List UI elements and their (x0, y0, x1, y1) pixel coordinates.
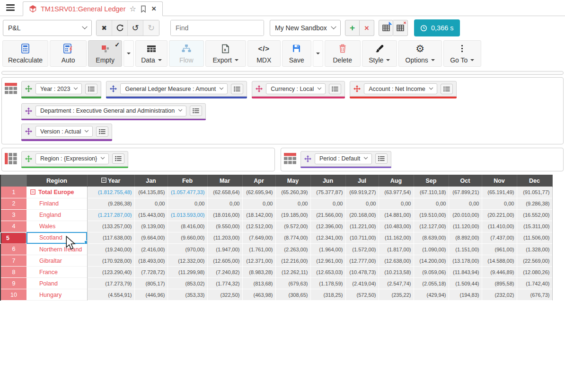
bookmark-icon[interactable] (140, 5, 147, 13)
open-subset-editor-button[interactable] (375, 153, 388, 164)
region-column-header[interactable]: Region (26, 175, 87, 187)
data-cell[interactable]: (1.774,32) (207, 278, 242, 289)
region-cell[interactable]: Poland (26, 278, 87, 289)
data-cell[interactable]: (1.328,00) (517, 244, 552, 255)
data-cell[interactable]: (1.178,59) (310, 278, 345, 289)
flow-button[interactable]: Flow (169, 40, 204, 67)
row-number[interactable]: 6 (0, 244, 26, 255)
data-cell[interactable]: (170.928,00) (87, 255, 134, 267)
data-cell[interactable]: (13.178,00) (449, 255, 482, 267)
data-cell[interactable]: (1.090,00) (414, 244, 449, 255)
data-cell[interactable]: 0,00 (414, 198, 449, 209)
data-cell[interactable]: (9.139,00) (134, 221, 168, 232)
data-cell[interactable]: (2.419,04) (345, 278, 379, 289)
data-cell[interactable]: (11.299,98) (168, 267, 207, 278)
row-number[interactable]: 5 (0, 232, 26, 244)
favorite-star-icon[interactable]: ☆ (129, 5, 136, 13)
options-button[interactable]: ⚙ Options (398, 40, 442, 67)
open-subset-editor-button[interactable] (96, 126, 108, 137)
data-cell[interactable]: (961,00) (482, 244, 517, 255)
period-column-header[interactable]: Dec (517, 175, 552, 187)
dimension-element-selector[interactable]: Department : Executive General and Admin… (35, 106, 186, 116)
clear-view-button[interactable]: ✖ (97, 20, 112, 36)
data-cell[interactable]: (12.396,00) (310, 221, 345, 232)
data-cell[interactable]: (813,68) (242, 278, 275, 289)
data-cell[interactable]: (2.416,00) (134, 244, 168, 255)
data-cell[interactable]: (9.286,38) (517, 198, 552, 209)
dimension-element-selector[interactable]: Account : Net Income (364, 83, 437, 94)
data-cell[interactable]: (805,17) (134, 278, 168, 289)
data-cell[interactable]: (1.812.755,48) (87, 187, 134, 198)
close-tab-icon[interactable]: ✕ (151, 5, 157, 12)
period-column-header[interactable]: May (275, 175, 310, 187)
data-cell[interactable]: (676,73) (517, 289, 552, 301)
data-cell[interactable]: (14.588,00) (482, 255, 517, 267)
data-cell[interactable]: (1.572,00) (345, 244, 379, 255)
data-cell[interactable]: (4.554,91) (87, 289, 134, 301)
view-tab[interactable]: TM1SRV01:General Ledger ☆ ✕ (23, 1, 163, 16)
data-cell[interactable]: (7.649,00) (242, 232, 275, 244)
data-cell[interactable]: (8.416,00) (168, 221, 207, 232)
data-cell[interactable]: (1.742,40) (517, 278, 552, 289)
data-cell[interactable]: (18.142,00) (242, 209, 275, 221)
hamburger-menu-icon[interactable] (3, 1, 18, 14)
data-cell[interactable]: (7.728,72) (134, 267, 168, 278)
data-cell[interactable]: (679,63) (275, 278, 310, 289)
region-cell[interactable]: England (26, 209, 87, 221)
data-cell[interactable]: (10.711,00) (345, 232, 379, 244)
data-cell[interactable]: (12.127,00) (414, 221, 449, 232)
refresh-button[interactable] (112, 20, 128, 36)
data-cell[interactable]: (12.262,11) (275, 267, 310, 278)
data-cell[interactable]: (853,02) (168, 278, 207, 289)
region-cell[interactable]: Scotland (26, 232, 87, 244)
data-cell[interactable]: (1.151,00) (449, 244, 482, 255)
data-cell[interactable]: (69.919,27) (345, 187, 379, 198)
data-cell[interactable]: (15.311,00) (517, 221, 552, 232)
discard-sandbox-button[interactable]: ✕ (393, 20, 408, 36)
data-cell[interactable]: (9.572,00) (275, 221, 310, 232)
open-subset-editor-button[interactable] (112, 153, 124, 164)
save-options-dropdown[interactable] (313, 40, 323, 67)
region-cell[interactable]: Finland (26, 198, 87, 209)
save-button[interactable]: Save (282, 40, 311, 67)
data-cell[interactable]: (12.216,00) (275, 255, 310, 267)
data-cell[interactable]: (895,58) (482, 278, 517, 289)
data-cell[interactable]: (1.057.477,33) (168, 187, 207, 198)
collapse-icon[interactable] (101, 178, 106, 183)
data-cell[interactable]: (318,25) (310, 289, 345, 301)
data-cell[interactable]: (19.510,00) (414, 209, 449, 221)
horizontal-scrollbar[interactable] (1, 71, 564, 75)
delete-sandbox-button[interactable]: ✕ (360, 20, 374, 36)
region-cell[interactable]: Total Europe (26, 187, 87, 198)
data-cell[interactable]: (22.569,00) (517, 255, 552, 267)
data-cell[interactable]: (15.443,00) (134, 209, 168, 221)
data-cell[interactable]: (232,02) (482, 289, 517, 301)
data-cell[interactable]: (572,50) (345, 289, 379, 301)
data-cell[interactable]: (12.332,00) (168, 255, 207, 267)
data-cell[interactable]: (12.080,26) (517, 267, 552, 278)
data-cell[interactable]: (65.260,39) (275, 187, 310, 198)
data-cell[interactable]: 0,00 (134, 198, 168, 209)
redo-button[interactable]: ↻ (143, 20, 159, 36)
data-cell[interactable]: (11.843,94) (449, 267, 482, 278)
data-cell[interactable]: (12.638,00) (379, 255, 414, 267)
data-cell[interactable]: (308,65) (275, 289, 310, 301)
period-column-header[interactable]: Mar (207, 175, 242, 187)
data-cell[interactable]: (75.377,87) (310, 187, 345, 198)
data-cell[interactable]: (8.774,00) (275, 232, 310, 244)
data-cell[interactable]: (20.168,00) (345, 209, 379, 221)
data-cell[interactable]: (446,96) (134, 289, 168, 301)
move-icon[interactable] (25, 85, 32, 92)
create-sandbox-button[interactable]: + (345, 20, 360, 36)
data-cell[interactable]: 0,00 (275, 198, 310, 209)
auto-recalculate-button[interactable]: Auto (50, 40, 87, 67)
data-cell[interactable]: (322,50) (207, 289, 242, 301)
data-cell[interactable]: (11.120,00) (449, 221, 482, 232)
move-icon[interactable] (353, 85, 361, 92)
data-cell[interactable]: (1.761,00) (242, 244, 275, 255)
region-cell[interactable]: Northern Ireland (26, 244, 87, 255)
data-cell[interactable]: (12.653,03) (310, 267, 345, 278)
data-cell[interactable]: (18.016,00) (207, 209, 242, 221)
data-cell[interactable]: 0,00 (310, 198, 345, 209)
data-cell[interactable]: (7.437,00) (482, 232, 517, 244)
